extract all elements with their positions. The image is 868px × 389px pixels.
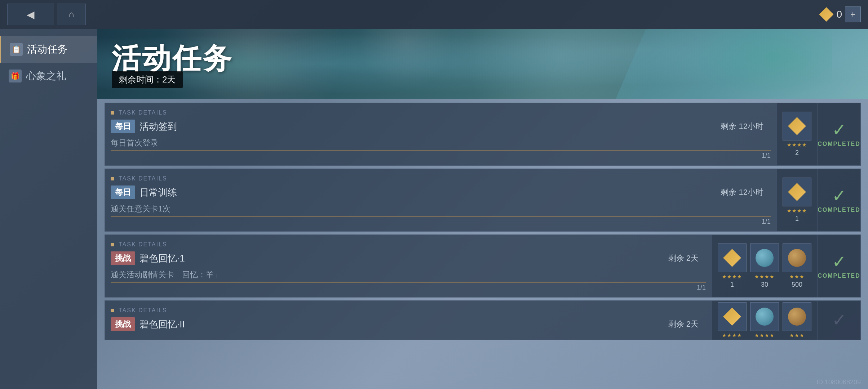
sidebar-item-label-activity: 活动任务 [27, 43, 67, 56]
reward-stars: ★★★★ [722, 332, 742, 338]
task-details-label: TASK DETAILS [119, 175, 167, 182]
reward-count: 2 [795, 149, 799, 157]
task-description: 通关活动剧情关卡「回忆：羊」 [105, 267, 712, 282]
completed-badge: ✓ COMPLETED [817, 103, 860, 165]
sidebar-item-mind-gift[interactable]: 🎁 心象之礼 [0, 63, 97, 89]
task-progress-text: 1/1 [105, 151, 776, 162]
banner: 活动任务 剩余时间：2天 [97, 29, 868, 99]
task-timer: 剩余 12小时 [721, 121, 763, 132]
currency-amount: 0 [836, 9, 842, 20]
back-button[interactable]: ◀ [7, 4, 54, 25]
coin-shape [788, 308, 806, 326]
reward-item-coin: ★★★ [783, 302, 811, 338]
task-header: TASK DETAILS [105, 238, 712, 249]
currency-icon [819, 7, 833, 22]
reward-item: ★★★★ 2 [783, 112, 811, 157]
reward-count: 1 [795, 215, 799, 223]
task-row: TASK DETAILS 每日 日常训练 剩余 12小时 通关任意关卡1次 1/… [105, 169, 861, 232]
reward-count: 500 [792, 281, 802, 289]
task-indicator [111, 309, 114, 312]
currency-display: 0 + [819, 6, 861, 22]
task-timer: 剩余 12小时 [721, 187, 763, 198]
orb-shape [756, 308, 774, 326]
reward-stars: ★★★★ [787, 208, 807, 214]
diamond-shape [723, 249, 741, 267]
task-header: TASK DETAILS [105, 172, 776, 183]
home-button[interactable]: ⌂ [57, 4, 86, 25]
task-indicator [111, 177, 114, 180]
reward-item: ★★★★ 1 [783, 178, 811, 223]
diamond-shape [788, 117, 806, 135]
task-main: 每日 活动签到 剩余 12小时 [105, 117, 776, 135]
reward-stars: ★★★ [789, 274, 805, 280]
task-tag-daily: 每日 [111, 185, 135, 199]
check-icon: ✓ [832, 253, 846, 270]
sidebar-item-activity-tasks[interactable]: 📋 活动任务 [0, 36, 97, 63]
banner-character-highlight [688, 29, 832, 99]
task-details-label: TASK DETAILS [119, 307, 167, 314]
reward-item-orb: ★★★★ [750, 302, 779, 338]
task-challenge-memory2-left: TASK DETAILS 挑战 碧色回忆·II 剩余 2天 [105, 301, 712, 340]
task-right-area: ★★★★ ★★★★ ★★★ [712, 301, 860, 340]
completed-text: COMPLETED [818, 273, 860, 279]
task-name: 日常训练 [140, 186, 721, 199]
reward-icon-diamond [783, 178, 811, 206]
completed-text: COMPLETED [818, 141, 860, 147]
reward-icon-diamond [718, 302, 747, 331]
task-indicator [111, 243, 114, 246]
task-progress-text: 1/1 [105, 217, 776, 228]
task-row: TASK DETAILS 挑战 碧色回忆·II 剩余 2天 ★★★★ [105, 300, 861, 340]
task-row: TASK DETAILS 每日 活动签到 剩余 12小时 每日首次登录 1/1 [105, 103, 861, 166]
task-row: TASK DETAILS 挑战 碧色回忆·1 剩余 2天 通关活动剧情关卡「回忆… [105, 234, 861, 298]
task-description: 通关任意关卡1次 [105, 201, 776, 216]
task-right-area: ★★★★ 1 ★★★★ 30 ★★★ [712, 235, 860, 297]
task-challenge-memory1-left: TASK DETAILS 挑战 碧色回忆·1 剩余 2天 通关活动剧情关卡「回忆… [105, 235, 712, 297]
orb-shape [756, 249, 774, 267]
task-list: TASK DETAILS 每日 活动签到 剩余 12小时 每日首次登录 1/1 [97, 99, 868, 389]
coin-shape [788, 249, 806, 267]
top-right-area: 0 + [819, 6, 861, 22]
task-name: 碧色回忆·II [140, 318, 668, 331]
task-progress-text: 1/1 [105, 283, 712, 294]
check-icon: ✓ [832, 121, 846, 139]
reward-icon-orb [750, 302, 779, 331]
sidebar: 📋 活动任务 🎁 心象之礼 [0, 29, 97, 389]
reward-icon-diamond [783, 112, 811, 140]
reward-section: ★★★★ 1 [777, 178, 817, 223]
back-icon: ◀ [27, 9, 35, 21]
task-daily-training-left: TASK DETAILS 每日 日常训练 剩余 12小时 通关任意关卡1次 1/… [105, 169, 776, 231]
reward-stars: ★★★★ [754, 332, 775, 338]
reward-item-coin: ★★★ 500 [783, 243, 811, 289]
check-icon: ✓ [832, 312, 846, 329]
task-header: TASK DETAILS [105, 304, 712, 315]
task-daily-sign-left: TASK DETAILS 每日 活动签到 剩余 12小时 每日首次登录 1/1 [105, 103, 776, 165]
task-right-area: ★★★★ 1 ✓ COMPLETED [776, 169, 860, 231]
completed-text: COMPLETED [818, 207, 860, 213]
sidebar-item-label-mind: 心象之礼 [26, 69, 66, 83]
task-details-label: TASK DETAILS [119, 109, 167, 116]
reward-item-orb: ★★★★ 30 [750, 243, 779, 289]
task-right-area: ★★★★ 2 ✓ COMPLETED [776, 103, 860, 165]
task-main: 挑战 碧色回忆·1 剩余 2天 [105, 249, 712, 267]
home-icon: ⌂ [69, 9, 74, 19]
plus-icon: + [850, 9, 855, 19]
task-timer: 剩余 2天 [668, 253, 699, 264]
reward-stars: ★★★ [789, 332, 805, 338]
mind-gift-icon: 🎁 [9, 70, 22, 82]
user-id: ID:1080068209 [816, 379, 861, 386]
reward-stars: ★★★★ [787, 142, 807, 148]
task-tag-challenge: 挑战 [111, 251, 135, 265]
reward-count: 30 [761, 281, 768, 289]
reward-item-diamond: ★★★★ 1 [718, 243, 747, 289]
task-main: 挑战 碧色回忆·II 剩余 2天 [105, 315, 712, 333]
top-bar: ◀ ⌂ 0 + [0, 0, 868, 29]
currency-add-button[interactable]: + [845, 6, 861, 22]
main-content: 活动任务 剩余时间：2天 TASK DETAILS 每日 活动签到 剩余 12小… [97, 29, 868, 389]
activity-tasks-icon: 📋 [10, 43, 23, 56]
completed-badge: ✓ COMPLETED [817, 235, 860, 297]
reward-icon-orb [750, 243, 779, 272]
check-icon: ✓ [832, 187, 846, 205]
task-name: 活动签到 [140, 120, 721, 133]
diamond-shape [723, 308, 741, 326]
task-details-label: TASK DETAILS [119, 241, 167, 248]
